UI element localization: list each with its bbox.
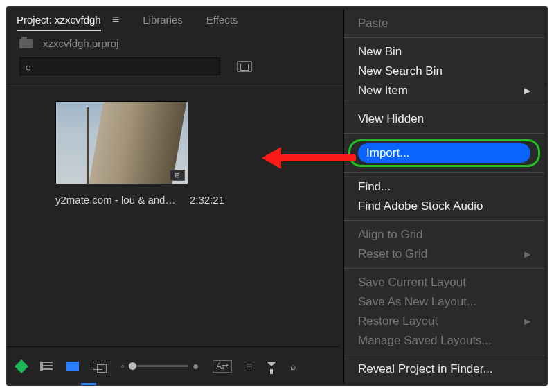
list-view-icon[interactable] bbox=[40, 362, 53, 371]
context-menu: Paste New Bin New Search Bin New Item▶ V… bbox=[343, 10, 544, 383]
clip-meta: y2mate.com - lou & andy ... 2:32:21 bbox=[55, 194, 242, 206]
toolbar-menu-icon[interactable]: ≡ bbox=[246, 360, 252, 373]
menu-restore-layout: Restore Layout▶ bbox=[344, 312, 544, 331]
search-field[interactable] bbox=[31, 62, 214, 72]
menu-new-bin[interactable]: New Bin bbox=[344, 42, 544, 62]
menu-manage-layouts: Manage Saved Layouts... bbox=[344, 331, 544, 350]
bin-icon bbox=[19, 39, 33, 48]
menu-find[interactable]: Find... bbox=[344, 177, 544, 197]
clip-name[interactable]: y2mate.com - lou & andy ... bbox=[55, 194, 180, 206]
panel-menu-icon[interactable]: ≡ bbox=[112, 12, 120, 27]
submenu-arrow-icon: ▶ bbox=[524, 249, 530, 259]
project-filename: xzxcvfdgh.prproj bbox=[43, 37, 118, 49]
clip-duration: 2:32:21 bbox=[190, 194, 224, 206]
menu-reveal-finder[interactable]: Reveal Project in Finder... bbox=[344, 359, 544, 379]
sort-icon[interactable]: A⇄ bbox=[213, 360, 232, 373]
pen-tool-icon[interactable] bbox=[15, 359, 28, 373]
tab-libraries[interactable]: Libraries bbox=[143, 14, 183, 26]
tab-effects[interactable]: Effects bbox=[206, 14, 238, 26]
search-icon: ⌕ bbox=[26, 62, 31, 72]
menu-view-hidden[interactable]: View Hidden bbox=[344, 109, 544, 129]
menu-save-as-layout: Save As New Layout... bbox=[344, 292, 544, 312]
icon-view-icon[interactable] bbox=[66, 362, 79, 371]
app-window: Project: xzxcvfdgh ≡ Libraries Effects x… bbox=[6, 6, 548, 386]
menu-new-item[interactable]: New Item▶ bbox=[344, 81, 544, 100]
zoom-slider[interactable]: ◦ ● bbox=[120, 360, 199, 373]
new-bin-icon[interactable] bbox=[237, 61, 252, 72]
search-input[interactable]: ⌕ bbox=[19, 57, 220, 75]
menu-reset-grid: Reset to Grid▶ bbox=[344, 244, 544, 264]
freeform-view-icon[interactable] bbox=[93, 362, 107, 371]
tab-project[interactable]: Project: xzxcvfdgh bbox=[17, 14, 101, 26]
menu-new-search-bin[interactable]: New Search Bin bbox=[344, 62, 544, 81]
menu-find-stock[interactable]: Find Adobe Stock Audio bbox=[344, 197, 544, 216]
menu-import[interactable]: Import... bbox=[358, 143, 530, 163]
highlight-annotation: Import... bbox=[348, 139, 540, 167]
clip-thumbnail[interactable]: ⊞ bbox=[55, 101, 188, 184]
menu-align-grid: Align to Grid bbox=[344, 225, 544, 244]
toolbar-search-icon[interactable]: ⌕ bbox=[290, 361, 296, 372]
submenu-arrow-icon: ▶ bbox=[524, 317, 530, 326]
bottom-toolbar: ◦ ● A⇄ ≡ ⌕ bbox=[7, 346, 339, 385]
menu-paste: Paste bbox=[344, 14, 544, 33]
submenu-arrow-icon: ▶ bbox=[524, 86, 530, 96]
menu-save-layout: Save Current Layout bbox=[344, 273, 544, 292]
clip-type-badge-icon: ⊞ bbox=[170, 170, 185, 181]
filter-icon[interactable] bbox=[267, 362, 276, 371]
